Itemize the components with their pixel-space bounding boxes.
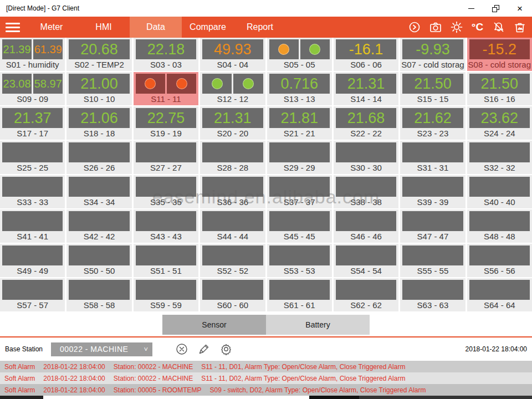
sensor-tile-s31[interactable]: S31 - 31	[400, 141, 465, 174]
sensor-tile-s48[interactable]: S48 - 48	[467, 209, 532, 243]
sensor-tile-s33[interactable]: S33 - 33	[0, 175, 65, 208]
sensor-tile-s16[interactable]: 21.50S16 - 16	[467, 72, 532, 105]
sensor-value-box: 21.31	[336, 74, 396, 94]
sensor-tile-s47[interactable]: S47 - 47	[400, 209, 465, 243]
sensor-tile-s45[interactable]: S45 - 45	[267, 209, 332, 243]
sensor-tile-s03[interactable]: 22.18S03 - 03	[134, 38, 198, 71]
sensor-label: S05 - 05	[267, 59, 332, 70]
battery-view-button[interactable]: Battery	[266, 315, 370, 335]
sensor-tile-s58[interactable]: S58 - 58	[66, 278, 131, 311]
sensor-tile-s56[interactable]: S56 - 56	[467, 244, 532, 277]
tab-report[interactable]: Report	[234, 17, 286, 38]
alarm-row[interactable]: Soft Alarm2018-01-22 18:04:00Station: 00…	[0, 361, 532, 372]
sensor-tile-s57[interactable]: S57 - 57	[0, 278, 65, 311]
sensor-tile-s17[interactable]: 21.37S17 - 17	[0, 106, 65, 140]
mute-alarm-icon[interactable]	[492, 21, 505, 34]
sensor-tile-s64[interactable]: S64 - 64	[467, 278, 532, 311]
brightness-icon[interactable]	[449, 21, 463, 34]
sensor-tile-s34[interactable]: S34 - 34	[66, 175, 131, 208]
sensor-tile-s36[interactable]: S36 - 36	[200, 175, 265, 208]
sensor-tile-s13[interactable]: 0.716S13 - 13	[267, 72, 332, 105]
sensor-tile-s51[interactable]: S51 - 51	[134, 244, 198, 277]
sensor-tile-s60[interactable]: S60 - 60	[200, 278, 265, 311]
sensor-tile-s24[interactable]: 23.62S24 - 24	[467, 106, 532, 140]
sensor-tile-s43[interactable]: S43 - 43	[134, 209, 198, 243]
minimize-button[interactable]	[459, 0, 483, 17]
sensor-tile-s19[interactable]: 22.75S19 - 19	[134, 106, 198, 140]
tab-hmi[interactable]: HMI	[78, 17, 130, 38]
sensor-tile-s29[interactable]: S29 - 29	[267, 141, 332, 174]
sensor-tile-s26[interactable]: S26 - 26	[66, 141, 131, 174]
sensor-tile-s41[interactable]: S41 - 41	[0, 209, 65, 243]
sensor-tile-s38[interactable]: S38 - 38	[334, 175, 398, 208]
sensor-tile-s42[interactable]: S42 - 42	[66, 209, 131, 243]
sensor-tile-s06[interactable]: -16.1S06 - 06	[334, 38, 398, 71]
sensor-tile-s23[interactable]: 21.62S23 - 23	[400, 106, 465, 140]
sensor-tile-s40[interactable]: S40 - 40	[467, 175, 532, 208]
sensor-value-boxes: 20.68	[66, 38, 131, 59]
sensor-value-box	[202, 211, 263, 231]
sensor-tile-s55[interactable]: S55 - 55	[400, 244, 465, 277]
sensor-tile-s04[interactable]: 49.93S04 - 04	[200, 38, 265, 71]
sensor-value: 61.39	[34, 40, 62, 59]
tab-compare[interactable]: Compare	[182, 17, 234, 38]
sensor-tile-s01[interactable]: 21.3961.39S01 - humidity	[0, 38, 65, 71]
alarm-station: Station: 00005 - ROOMTEMP	[114, 386, 202, 394]
sensor-tile-s22[interactable]: 21.68S22 - 22	[334, 106, 398, 140]
temperature-unit-toggle[interactable]: °C	[470, 21, 484, 34]
sensor-tile-s50[interactable]: S50 - 50	[66, 244, 131, 277]
sensor-value-boxes	[467, 175, 532, 197]
menu-button[interactable]	[0, 17, 25, 38]
alarm-row[interactable]: Soft Alarm2018-01-22 18:04:00Station: 00…	[0, 384, 532, 396]
sensor-tile-s18[interactable]: 21.06S18 - 18	[66, 106, 131, 140]
camera-icon[interactable]	[428, 21, 442, 34]
sensor-tile-s28[interactable]: S28 - 28	[200, 141, 265, 174]
sensor-value-boxes: 21.50	[400, 72, 465, 94]
sensor-tile-s15[interactable]: 21.50S15 - 15	[400, 72, 465, 105]
sensor-tile-s09[interactable]: 23.0858.97S09 - 09	[0, 72, 65, 105]
sensor-tile-s05[interactable]: S05 - 05	[267, 38, 332, 71]
sensor-value-box	[269, 177, 330, 197]
sensor-value: 23.08	[3, 74, 31, 93]
sensor-tile-s07[interactable]: -9.93S07 - cold storag	[400, 38, 465, 71]
sensor-tile-s53[interactable]: S53 - 53	[267, 244, 332, 277]
sensor-tile-s39[interactable]: S39 - 39	[400, 175, 465, 208]
settings-gear-icon[interactable]	[219, 342, 233, 356]
sensor-tile-s27[interactable]: S27 - 27	[134, 141, 198, 174]
sensor-tile-s14[interactable]: 21.31S14 - 14	[334, 72, 398, 105]
alarm-time: 2018-01-22 18:04:00	[43, 375, 105, 382]
edit-pencil-icon[interactable]	[197, 342, 211, 356]
sensor-tile-s25[interactable]: S25 - 25	[0, 141, 65, 174]
sensor-tile-s46[interactable]: S46 - 46	[334, 209, 398, 243]
sensor-tile-s37[interactable]: S37 - 37	[267, 175, 332, 208]
sensor-tile-s52[interactable]: S52 - 52	[200, 244, 265, 277]
sensor-tile-s10[interactable]: 21.00S10 - 10	[66, 72, 131, 105]
restore-button[interactable]	[483, 0, 508, 17]
sensor-tile-s21[interactable]: 21.81S21 - 21	[267, 106, 332, 140]
sensor-tile-s11[interactable]: S11 - 11	[134, 72, 198, 105]
close-button[interactable]: ×	[508, 0, 532, 17]
base-station-select[interactable]: 00022 - MACHINE ˅	[51, 342, 152, 356]
trash-icon[interactable]	[513, 21, 526, 34]
tab-meter[interactable]: Meter	[25, 17, 78, 38]
sensor-tile-s32[interactable]: S32 - 32	[467, 141, 532, 174]
sensor-tile-s54[interactable]: S54 - 54	[334, 244, 398, 277]
sensor-view-button[interactable]: Sensor	[162, 315, 266, 335]
sensor-tile-s20[interactable]: 21.31S20 - 20	[200, 106, 265, 140]
alarm-row[interactable]: Soft Alarm2018-01-22 18:04:00Station: 00…	[0, 372, 532, 384]
sensor-tile-s35[interactable]: S35 - 35	[134, 175, 198, 208]
sensor-value-box: 21.81	[269, 108, 330, 128]
sensor-tile-s02[interactable]: 20.68S02 - TEMP2	[66, 38, 131, 71]
tab-data[interactable]: Data	[130, 17, 182, 38]
sensor-tile-s49[interactable]: S49 - 49	[0, 244, 65, 277]
sensor-tile-s12[interactable]: S12 - 12	[200, 72, 265, 105]
sensor-tile-s61[interactable]: S61 - 61	[267, 278, 332, 311]
sensor-tile-s44[interactable]: S44 - 44	[200, 209, 265, 243]
sensor-tile-s62[interactable]: S62 - 62	[334, 278, 398, 311]
sensor-tile-s08[interactable]: -15.2S08 - cold storag	[467, 38, 532, 71]
cancel-circle-icon[interactable]	[175, 342, 188, 356]
sensor-tile-s59[interactable]: S59 - 59	[134, 278, 198, 311]
history-icon[interactable]	[407, 21, 421, 34]
sensor-tile-s63[interactable]: S63 - 63	[400, 278, 465, 311]
sensor-tile-s30[interactable]: S30 - 30	[334, 141, 398, 174]
